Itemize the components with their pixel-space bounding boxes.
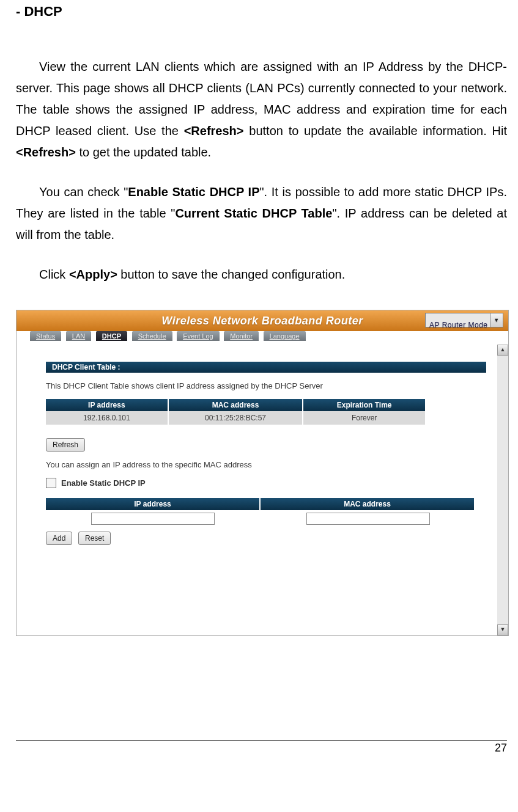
table-row: 192.168.0.101 00:11:25:28:BC:57 Forever: [46, 411, 425, 425]
page-number: 27: [0, 741, 518, 764]
scrollbar[interactable]: ▲ ▼: [497, 345, 508, 635]
static-input-row: [46, 510, 474, 532]
router-screenshot: Wireless Network Broadband Router AP Rou…: [16, 310, 509, 636]
scroll-down-icon[interactable]: ▼: [497, 624, 508, 635]
router-body: ▲ ▼ DHCP Client Table : This DHCP Client…: [17, 345, 508, 635]
tab-event-log[interactable]: Event Log: [177, 331, 220, 341]
enable-static-checkbox[interactable]: [46, 478, 56, 488]
tab-dhcp[interactable]: DHCP: [96, 331, 127, 341]
text-bold: <Apply>: [69, 268, 117, 281]
tab-schedule[interactable]: Schedule: [132, 331, 172, 341]
router-title: Wireless Network Broadband Router: [161, 315, 363, 327]
tab-language[interactable]: Language: [264, 331, 306, 341]
col-ip-header: IP address: [46, 399, 169, 411]
enable-static-row: Enable Static DHCP IP: [46, 478, 479, 488]
static-table-header: IP address MAC address: [46, 498, 474, 510]
cell-mac: 00:11:25:28:BC:57: [169, 411, 304, 425]
tab-lan[interactable]: LAN: [66, 331, 91, 341]
tab-monitor[interactable]: Monitor: [224, 331, 259, 341]
paragraph-2: You can check "Enable Static DHCP IP". I…: [16, 181, 507, 246]
scroll-up-icon[interactable]: ▲: [497, 345, 508, 356]
text: You can check ": [39, 185, 128, 199]
chevron-down-icon[interactable]: ▼: [490, 313, 503, 327]
tab-status[interactable]: Status: [30, 331, 61, 341]
col-mac-header: MAC address: [169, 399, 304, 411]
static-col-ip: IP address: [46, 498, 261, 510]
static-ip-input[interactable]: [91, 513, 215, 525]
text-bold: Enable Static DHCP IP: [128, 185, 259, 199]
section-heading: - DHCP: [16, 4, 507, 20]
reset-button[interactable]: Reset: [78, 532, 111, 545]
text: button to update the available informati…: [244, 124, 507, 137]
text-bold: Current Static DHCP Table: [175, 207, 332, 220]
text-bold: <Refresh>: [16, 145, 76, 159]
client-table-header: IP address MAC address Expiration Time: [46, 399, 425, 411]
text-bold: <Refresh>: [184, 124, 244, 137]
text: button to save the changed configuration…: [117, 268, 346, 281]
refresh-button[interactable]: Refresh: [46, 438, 85, 452]
paragraph-3: Click <Apply> button to save the changed…: [16, 264, 507, 285]
cell-ip: 192.168.0.101: [46, 411, 169, 425]
static-mac-input[interactable]: [306, 513, 430, 525]
enable-static-label: Enable Static DHCP IP: [61, 478, 146, 488]
add-button[interactable]: Add: [46, 532, 72, 545]
section-description: This DHCP Client Table shows client IP a…: [46, 381, 479, 390]
col-exp-header: Expiration Time: [303, 399, 425, 411]
tab-bar: Status LAN DHCP Schedule Event Log Monit…: [17, 331, 508, 345]
section-bar: DHCP Client Table :: [46, 362, 486, 373]
static-col-mac: MAC address: [261, 498, 474, 510]
paragraph-1: View the current LAN clients which are a…: [16, 56, 507, 163]
assign-description: You can assign an IP address to the spec…: [46, 460, 479, 469]
cell-exp: Forever: [303, 411, 425, 425]
text: Click: [39, 268, 69, 281]
text: to get the updated table.: [76, 145, 211, 159]
router-title-bar: Wireless Network Broadband Router AP Rou…: [17, 310, 508, 331]
